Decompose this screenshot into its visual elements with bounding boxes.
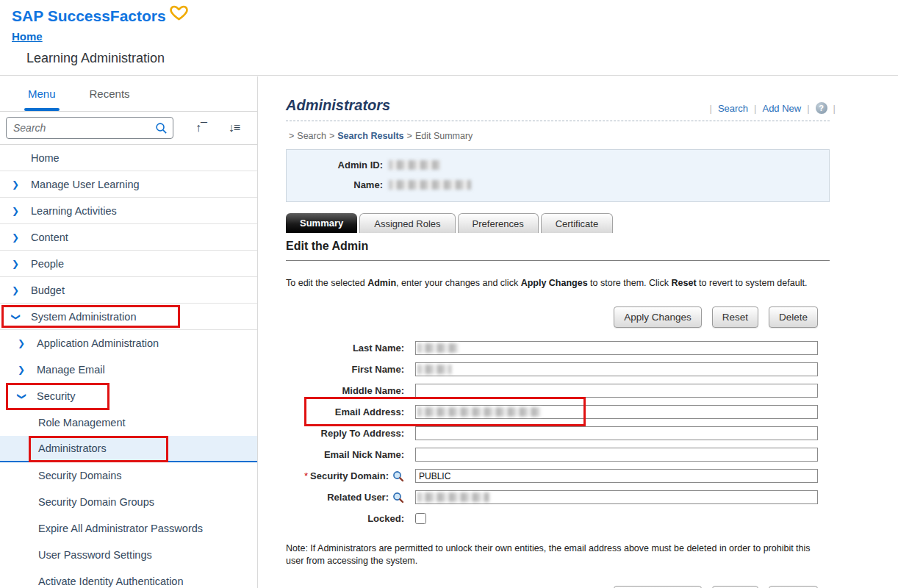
collapse-all-icon[interactable]: ↑¯ bbox=[195, 121, 206, 135]
locked-checkbox[interactable] bbox=[415, 513, 426, 524]
reply-to-address-input[interactable] bbox=[415, 426, 818, 440]
sidebar-item-user-password-settings[interactable]: User Password Settings bbox=[0, 542, 257, 568]
chevron-right-icon[interactable]: ❯ bbox=[12, 179, 31, 190]
sidebar-item-manage-user-learning[interactable]: ❯Manage User Learning bbox=[0, 171, 257, 198]
sidebar-item-expire-all-administrator-passwords[interactable]: Expire All Administrator Passwords bbox=[0, 515, 257, 542]
breadcrumb-search-results[interactable]: Search Results bbox=[337, 131, 403, 141]
related-user-input-wrap bbox=[415, 490, 818, 504]
form-row-first-name: First Name: bbox=[286, 359, 830, 380]
tab-summary[interactable]: Summary bbox=[286, 213, 357, 233]
field-label-last-name: Last Name: bbox=[286, 343, 404, 354]
form-row-email-nick-name: Email Nick Name: bbox=[286, 444, 830, 465]
admin-info-label: Name: bbox=[287, 179, 383, 190]
apply-changes-button[interactable]: Apply Changes bbox=[614, 306, 702, 328]
separator: | bbox=[833, 103, 836, 114]
last-name-input[interactable] bbox=[415, 341, 818, 355]
security-domain-input[interactable] bbox=[415, 469, 818, 483]
sidebar-item-content[interactable]: ❯Content bbox=[0, 224, 257, 251]
sidebar-item-learning-activities[interactable]: ❯Learning Activities bbox=[0, 198, 257, 224]
first-name-input[interactable] bbox=[415, 362, 818, 376]
chevron-right-icon[interactable]: ❯ bbox=[18, 365, 37, 375]
expand-all-icon[interactable]: ↓≡ bbox=[229, 121, 240, 135]
instruction-text: To edit the selected Admin, enter your c… bbox=[286, 278, 830, 288]
heart-icon bbox=[169, 3, 189, 26]
sidebar-item-system-administration[interactable]: ❯System Administration bbox=[0, 304, 257, 330]
sidebar-item-security-domain-groups[interactable]: Security Domain Groups bbox=[0, 489, 257, 515]
field-label-text: Email Address: bbox=[335, 406, 404, 417]
button-row-top: Apply ChangesResetDelete bbox=[286, 306, 818, 328]
email-nick-name-input-wrap bbox=[415, 448, 818, 462]
field-label-email-nick-name: Email Nick Name: bbox=[286, 449, 404, 460]
detail-tabs: SummaryAssigned RolesPreferencesCertific… bbox=[286, 213, 830, 233]
sidebar-item-label: Security Domain Groups bbox=[38, 496, 154, 508]
tab-preferences[interactable]: Preferences bbox=[458, 213, 539, 233]
sidebar-item-administrators[interactable]: Administrators bbox=[0, 436, 257, 462]
middle-name-input[interactable] bbox=[415, 384, 818, 398]
field-label-middle-name: Middle Name: bbox=[286, 385, 404, 396]
sidebar-item-label: Application Administration bbox=[37, 337, 159, 349]
sidebar-item-people[interactable]: ❯People bbox=[0, 251, 257, 277]
required-asterisk: * bbox=[304, 470, 308, 481]
chevron-right-icon[interactable]: ❯ bbox=[12, 259, 31, 269]
edit-admin-form: Last Name:First Name:Middle Name:Email A… bbox=[286, 337, 830, 529]
search-input[interactable] bbox=[6, 117, 173, 139]
lookup-magnifier-icon[interactable] bbox=[392, 492, 404, 503]
sidebar-item-label: User Password Settings bbox=[38, 549, 152, 561]
reset-button[interactable]: Reset bbox=[712, 306, 758, 328]
chevron-right-icon[interactable]: ❯ bbox=[12, 232, 31, 243]
sidebar-item-label: Home bbox=[31, 152, 60, 164]
home-link[interactable]: Home bbox=[12, 30, 43, 43]
middle-name-input-wrap bbox=[415, 384, 818, 398]
form-row-security-domain: *Security Domain: bbox=[286, 465, 830, 487]
add-new-link[interactable]: Add New bbox=[762, 103, 801, 114]
email-nick-name-input[interactable] bbox=[415, 448, 818, 462]
chevron-right-icon[interactable]: ❯ bbox=[18, 338, 37, 348]
logo-text: SAP SuccessFactors bbox=[12, 7, 166, 25]
instruction-segment: Reset bbox=[672, 278, 697, 288]
breadcrumb-search: Search bbox=[297, 131, 326, 141]
sidebar-tab-menu[interactable]: Menu bbox=[28, 76, 56, 111]
chevron-down-icon[interactable]: ❯ bbox=[17, 392, 27, 401]
chevron-right-icon[interactable]: ❯ bbox=[12, 285, 31, 295]
last-name-input-wrap bbox=[415, 341, 818, 355]
help-icon[interactable]: ? bbox=[816, 102, 827, 114]
field-label-locked: Locked: bbox=[286, 513, 404, 524]
sidebar-item-label: Expire All Administrator Passwords bbox=[38, 523, 203, 534]
sidebar-item-security-domains[interactable]: Security Domains bbox=[0, 462, 257, 489]
delete-button[interactable]: Delete bbox=[769, 306, 818, 328]
redacted-value bbox=[417, 365, 451, 374]
sidebar-item-home[interactable]: Home bbox=[0, 145, 257, 171]
lookup-magnifier-icon[interactable] bbox=[392, 470, 404, 482]
sidebar-item-role-management[interactable]: Role Management bbox=[0, 409, 257, 436]
field-label-security-domain: *Security Domain: bbox=[286, 470, 404, 482]
breadcrumb: >Search>Search Results>Edit Summary bbox=[286, 131, 830, 141]
field-label-text: Locked: bbox=[367, 513, 404, 524]
sidebar-item-activate-identity-authentication[interactable]: Activate Identity Authentication bbox=[0, 568, 257, 588]
reply-to-address-input-wrap bbox=[415, 426, 818, 440]
tab-assigned-roles[interactable]: Assigned Roles bbox=[359, 213, 455, 233]
sidebar-item-label: Budget bbox=[31, 284, 65, 296]
form-row-last-name: Last Name: bbox=[286, 337, 830, 359]
edit-admin-title: Edit the Admin bbox=[286, 240, 830, 253]
email-address-input-wrap bbox=[415, 405, 818, 419]
sidebar-item-application-administration[interactable]: ❯Application Administration bbox=[0, 330, 257, 356]
instruction-segment: to revert to system default. bbox=[697, 278, 808, 288]
sidebar-item-budget[interactable]: ❯Budget bbox=[0, 277, 257, 304]
search-link[interactable]: Search bbox=[718, 103, 748, 114]
sidebar-item-label: System Administration bbox=[31, 311, 136, 323]
sidebar-item-label: Activate Identity Authentication bbox=[38, 576, 184, 587]
chevron-right-icon[interactable]: ❯ bbox=[12, 206, 31, 216]
field-label-text: Last Name: bbox=[353, 343, 404, 354]
sidebar-item-security[interactable]: ❯Security bbox=[0, 383, 257, 409]
sidebar-tab-recents[interactable]: Recents bbox=[90, 76, 130, 111]
sidebar-item-label: Security Domains bbox=[38, 470, 122, 481]
tab-certificate[interactable]: Certificate bbox=[541, 213, 614, 233]
search-icon[interactable] bbox=[155, 122, 168, 137]
form-row-reply-to-address: Reply To Address: bbox=[286, 423, 830, 444]
main-content: Administrators |Search|Add New|?| >Searc… bbox=[286, 76, 830, 588]
redacted-value bbox=[389, 180, 471, 190]
breadcrumb-separator: > bbox=[289, 131, 294, 141]
chevron-down-icon[interactable]: ❯ bbox=[11, 313, 21, 322]
sidebar-item-manage-email[interactable]: ❯Manage Email bbox=[0, 356, 257, 383]
field-label-text: First Name: bbox=[351, 364, 404, 375]
